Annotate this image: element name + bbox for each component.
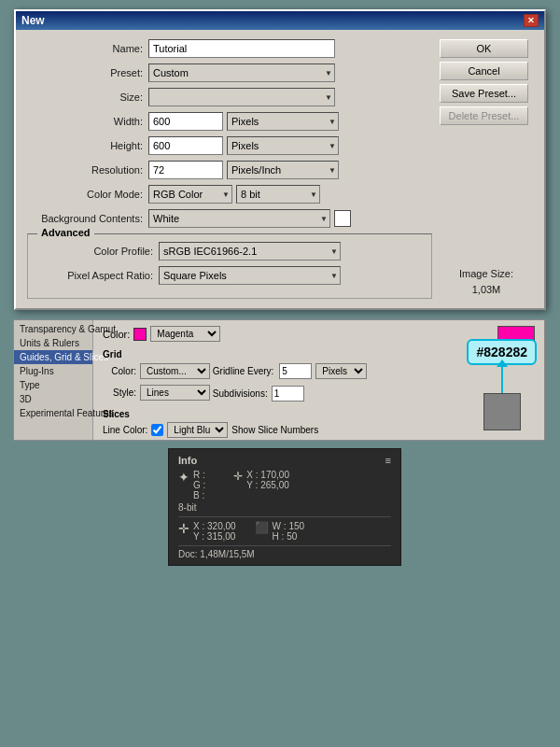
eyedropper-icon: ✦ — [178, 470, 189, 485]
preset-select[interactable]: Custom — [148, 63, 335, 82]
pixel-aspect-wrapper: Square Pixels ▼ — [159, 266, 341, 285]
move-icon: ✛ — [233, 470, 243, 490]
pixel-aspect-select[interactable]: Square Pixels — [159, 266, 341, 285]
advanced-label: Advanced — [37, 227, 94, 238]
swatch-annotation: #828282 — [467, 339, 537, 430]
gridline-unit-select[interactable]: Pixels — [315, 363, 367, 379]
sidebar-item-3d[interactable]: 3D — [14, 392, 92, 406]
grid-color-select[interactable]: Custom... — [140, 363, 210, 379]
sidebar-item-guides[interactable]: Guides, Grid & Slices — [14, 350, 92, 364]
grid-style-wrapper: Lines — [140, 385, 210, 401]
bg-contents-select[interactable]: White — [148, 209, 330, 228]
show-numbers-checkbox[interactable] — [151, 424, 163, 436]
info-menu-icon[interactable]: ≡ — [385, 455, 391, 466]
x-value: 170,00 — [260, 470, 289, 480]
dialog-titlebar: New ✕ — [16, 11, 544, 30]
dialog-title: New — [21, 14, 45, 27]
color-mode-select[interactable]: RGB Color — [148, 185, 232, 204]
name-row: Name: — [27, 39, 432, 58]
info-title: Info — [178, 455, 197, 466]
show-numbers-label: Show Slice Numbers — [231, 425, 318, 435]
sidebar-item-plugins[interactable]: Plug-Ins — [14, 364, 92, 378]
grid-color-label: Color: — [103, 366, 140, 376]
resolution-label: Resolution: — [27, 164, 148, 176]
delete-preset-button[interactable]: Delete Preset... — [440, 106, 528, 125]
line-color-select[interactable]: Light Blue — [167, 422, 228, 438]
line-color-label: Line Color: — [103, 425, 147, 435]
prefs-content: Color: Magenta Grid Color: Custom... — [93, 320, 544, 440]
width-label: Width: — [27, 116, 148, 127]
annotation-arrow — [501, 365, 503, 393]
x-label: X : — [246, 470, 258, 480]
grid-style-label: Style: — [103, 388, 140, 398]
color-profile-select[interactable]: sRGB IEC61966-2.1 — [159, 242, 341, 261]
info-xy-section: ✛ X : 170,00 Y : 265,00 — [233, 470, 289, 513]
pixel-aspect-row: Pixel Aspect Ratio: Square Pixels ▼ — [37, 266, 422, 285]
bg-color-swatch[interactable] — [334, 210, 351, 227]
dialog-body: Name: Preset: Custom ▼ Size: — [16, 30, 544, 308]
size-select[interactable] — [148, 88, 335, 106]
gridline-every-input[interactable] — [279, 363, 312, 379]
resolution-unit-select[interactable]: Pixels/Inch — [227, 161, 339, 179]
info-header: Info ≡ — [178, 455, 391, 466]
grid-style-select[interactable]: Lines — [140, 385, 210, 401]
resize-icon: ⬛ — [255, 521, 269, 542]
y-label: Y : — [246, 480, 258, 490]
resolution-row: Resolution: Pixels/Inch ▼ — [27, 161, 432, 179]
y-value: 265,00 — [260, 480, 289, 490]
width-unit-select[interactable]: Pixels — [227, 112, 339, 131]
color-select-wrapper: Magenta — [150, 326, 220, 342]
height-input[interactable] — [148, 136, 223, 155]
name-label: Name: — [27, 43, 148, 54]
sidebar-item-units[interactable]: Units & Rulers — [14, 336, 92, 350]
bit-depth-select[interactable]: 8 bit — [236, 185, 320, 204]
bg-contents-wrapper: White ▼ — [148, 209, 330, 228]
cy-label: Y : — [193, 531, 204, 542]
size-select-wrapper: ▼ — [148, 88, 335, 106]
subdivisions-input[interactable] — [272, 386, 304, 402]
h-label: H : — [273, 531, 285, 542]
resolution-input[interactable] — [148, 161, 223, 179]
color-mode-label: Color Mode: — [27, 189, 148, 200]
width-row: Width: Pixels ▼ — [27, 112, 432, 131]
doc-label: Doc: 1,48M/15,5M — [178, 549, 255, 559]
sidebar-item-type[interactable]: Type — [14, 378, 92, 392]
advanced-group: Advanced Color Profile: sRGB IEC61966-2.… — [27, 233, 432, 299]
bg-contents-label: Background Contents: — [27, 213, 148, 224]
save-preset-button[interactable]: Save Preset... — [440, 84, 528, 103]
image-size-area: Image Size: 1,03M — [440, 247, 533, 299]
subdivisions-row: Subdivisions: — [213, 386, 304, 402]
dialog-left: Name: Preset: Custom ▼ Size: — [27, 39, 432, 299]
width-unit-wrapper: Pixels ▼ — [227, 112, 339, 131]
color-profile-label: Color Profile: — [37, 246, 159, 257]
dialog-right: OK Cancel Save Preset... Delete Preset..… — [440, 39, 533, 299]
rgb-values: R : G : B : — [193, 470, 205, 500]
bit-depth-display: 8-bit — [178, 502, 205, 513]
h-value: 50 — [287, 531, 297, 542]
sidebar-item-experimental[interactable]: Experimental Features — [14, 406, 92, 420]
info-doc-row: Doc: 1,48M/15,5M — [178, 545, 391, 559]
height-unit-select[interactable]: Pixels — [227, 136, 339, 155]
info-crosshair-section: ✛ X : 320,00 Y : 315,00 — [178, 521, 236, 542]
color-profile-row: Color Profile: sRGB IEC61966-2.1 ▼ — [37, 242, 422, 261]
preset-label: Preset: — [27, 67, 148, 78]
bit-depth-wrapper: 8 bit ▼ — [236, 185, 320, 204]
info-panel: Info ≡ ✦ R : G : B : 8-bit ✛ X : 170,00 … — [168, 448, 401, 566]
w-value: 150 — [288, 521, 304, 531]
ok-button[interactable]: OK — [440, 39, 528, 58]
resolution-unit-wrapper: Pixels/Inch ▼ — [227, 161, 339, 179]
prefs-sidebar: Transparency & Gamut Units & Rulers Guid… — [14, 320, 93, 440]
name-input[interactable] — [148, 39, 335, 58]
color-mode-wrapper: RGB Color ▼ — [148, 185, 232, 204]
height-row: Height: Pixels ▼ — [27, 136, 432, 155]
width-input[interactable] — [148, 112, 223, 131]
sidebar-item-transparency[interactable]: Transparency & Gamut — [14, 322, 92, 336]
guides-color-select[interactable]: Magenta — [150, 326, 220, 342]
image-size-value: 1,03M — [440, 282, 533, 299]
close-button[interactable]: ✕ — [524, 14, 539, 27]
height-label: Height: — [27, 140, 148, 151]
cx-label: X : — [193, 521, 204, 531]
pixel-aspect-label: Pixel Aspect Ratio: — [37, 270, 159, 281]
crosshair-icon: ✛ — [178, 521, 189, 536]
cancel-button[interactable]: Cancel — [440, 62, 528, 80]
